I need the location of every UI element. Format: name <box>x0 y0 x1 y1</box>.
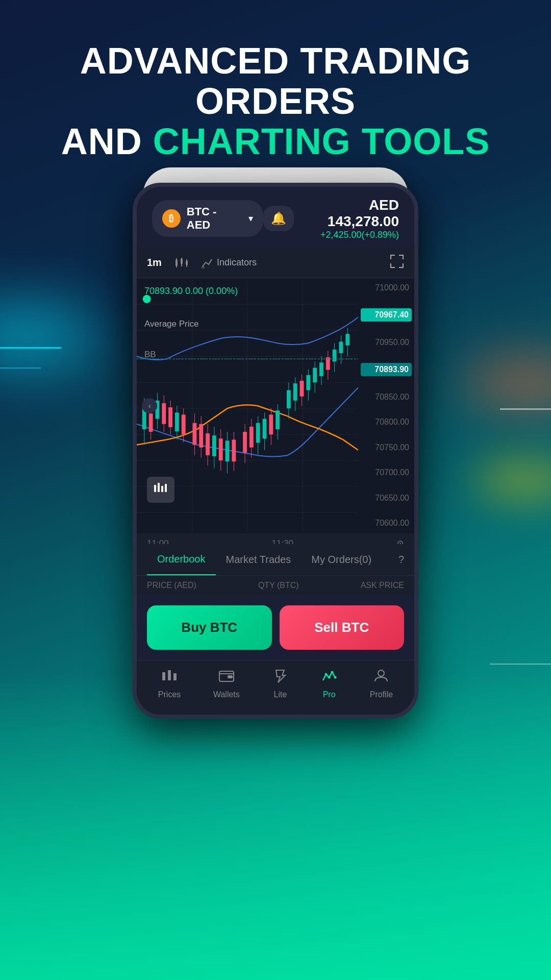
svg-rect-74 <box>319 362 323 376</box>
buy-button[interactable]: Buy BTC <box>147 605 272 650</box>
main-price: AED 143,278.00 <box>294 197 399 230</box>
svg-rect-32 <box>168 407 172 427</box>
svg-rect-26 <box>149 413 153 432</box>
header-line2-green: CHARTING TOOLS <box>153 121 490 162</box>
tab-my-orders[interactable]: My Orders(0) <box>301 545 382 575</box>
svg-text:fx: fx <box>202 265 205 268</box>
pro-icon <box>321 668 337 687</box>
svg-rect-44 <box>212 435 216 456</box>
pair-dropdown-arrow: ▾ <box>248 213 253 224</box>
svg-rect-68 <box>300 381 304 397</box>
alert-button[interactable]: 🔔 <box>263 206 294 231</box>
price-71000: 71000.00 <box>361 283 412 292</box>
phone-front: ₿ BTC - AED ▾ 🔔 AED 143,278.00 +2,425.00… <box>133 183 418 719</box>
chart-container: 1m <box>137 248 414 544</box>
settings-icon[interactable]: ⚙ <box>396 538 404 544</box>
svg-rect-93 <box>228 675 233 678</box>
chart-collapse-button[interactable]: ‹ <box>142 398 157 413</box>
col-qty: QTY (BTC) <box>258 581 299 590</box>
svg-rect-66 <box>293 383 297 401</box>
wallets-icon <box>218 668 235 687</box>
expand-chart-button[interactable] <box>390 254 404 272</box>
svg-rect-54 <box>249 426 254 447</box>
tab-orderbook[interactable]: Orderbook <box>147 544 216 575</box>
price-section: AED 143,278.00 +2,425.00(+0.89%) <box>294 197 399 240</box>
svg-rect-89 <box>162 672 165 680</box>
svg-point-98 <box>334 676 337 678</box>
svg-rect-30 <box>162 403 166 424</box>
orderbook-headers: PRICE (AED) QTY (BTC) ASK PRICE <box>137 576 414 595</box>
orderbook-section: Orderbook Market Trades My Orders(0) ? P… <box>137 544 414 595</box>
nav-label-wallets: Wallets <box>213 690 240 699</box>
indicators-label: Indicators <box>217 257 257 268</box>
svg-rect-64 <box>287 390 291 408</box>
indicators-button[interactable]: fx Indicators <box>202 257 257 268</box>
chart-time-left: 11:00 <box>147 538 169 544</box>
nav-item-wallets[interactable]: Wallets <box>213 668 240 699</box>
svg-rect-80 <box>339 341 343 353</box>
chart-time-bar: 11:00 11:30 ⚙ <box>137 533 414 544</box>
chart-type-selector[interactable] <box>174 257 189 268</box>
nav-item-prices[interactable]: Prices <box>158 668 181 699</box>
svg-rect-58 <box>263 419 267 438</box>
header-title: ADVANCED TRADING ORDERS AND CHARTING TOO… <box>31 41 520 162</box>
svg-rect-85 <box>154 485 156 492</box>
nav-label-lite: Lite <box>274 690 287 699</box>
bottom-navigation: Prices Wallets <box>137 660 414 715</box>
pair-selector[interactable]: ₿ BTC - AED ▾ <box>152 200 263 237</box>
price-70600: 70600.00 <box>361 519 412 528</box>
nav-item-pro[interactable]: Pro <box>321 668 337 699</box>
svg-rect-38 <box>192 423 196 445</box>
price-70750: 70750.00 <box>361 443 412 452</box>
nav-item-profile[interactable]: Profile <box>370 668 393 699</box>
help-button[interactable]: ? <box>398 554 404 566</box>
orderbook-tabs: Orderbook Market Trades My Orders(0) ? <box>137 544 414 576</box>
prices-icon <box>161 668 178 687</box>
svg-point-97 <box>331 671 334 673</box>
tab-market-trades[interactable]: Market Trades <box>216 545 302 575</box>
svg-rect-48 <box>226 440 230 461</box>
svg-rect-86 <box>158 483 160 492</box>
price-70800: 70800.00 <box>361 418 412 427</box>
svg-rect-6 <box>186 261 188 265</box>
trade-buttons: Buy BTC Sell BTC <box>137 595 414 660</box>
header-line2-white: AND <box>61 121 153 162</box>
svg-rect-78 <box>333 349 337 361</box>
svg-rect-50 <box>232 439 236 461</box>
chart-time-mid: 11:30 <box>272 538 294 544</box>
nav-item-lite[interactable]: Lite <box>272 668 288 699</box>
svg-rect-46 <box>219 438 223 460</box>
chart-avg-label: Average Price <box>144 319 198 329</box>
nav-label-pro: Pro <box>323 690 336 699</box>
svg-rect-34 <box>175 412 179 431</box>
svg-rect-0 <box>176 260 178 266</box>
phone-topbar: ₿ BTC - AED ▾ 🔔 AED 143,278.00 +2,425.00… <box>137 187 414 248</box>
svg-rect-40 <box>199 424 203 447</box>
sell-button[interactable]: Sell BTC <box>280 605 405 650</box>
svg-point-99 <box>378 670 384 676</box>
phone-mockup: ₿ BTC - AED ▾ 🔔 AED 143,278.00 +2,425.00… <box>133 183 418 719</box>
svg-rect-56 <box>256 423 260 443</box>
chart-body: 71000.00 70967.40 70950.00 70893.90 7085… <box>137 278 414 533</box>
svg-rect-82 <box>345 334 349 345</box>
price-70700: 70700.00 <box>361 468 412 477</box>
timeframe-1m[interactable]: 1m <box>147 257 162 268</box>
price-70650: 70650.00 <box>361 494 412 503</box>
svg-rect-70 <box>306 375 310 390</box>
price-70967-highlight: 70967.40 <box>361 308 412 322</box>
header-line1: ADVANCED TRADING ORDERS <box>80 40 471 121</box>
svg-rect-62 <box>276 410 280 429</box>
svg-rect-42 <box>206 433 210 455</box>
svg-rect-90 <box>168 670 171 680</box>
svg-rect-87 <box>161 486 163 492</box>
tradingview-watermark <box>147 477 174 503</box>
price-change: +2,425.00(+0.89%) <box>294 230 399 240</box>
svg-rect-88 <box>165 484 167 492</box>
price-70850: 70850.00 <box>361 393 412 402</box>
svg-rect-60 <box>269 414 273 434</box>
chart-price-info: 70893.90 0.00 (0.00%) <box>144 286 238 297</box>
nav-label-prices: Prices <box>158 690 181 699</box>
header-section: ADVANCED TRADING ORDERS AND CHARTING TOO… <box>0 0 551 183</box>
svg-point-95 <box>325 673 328 675</box>
chart-toolbar: 1m <box>137 248 414 278</box>
